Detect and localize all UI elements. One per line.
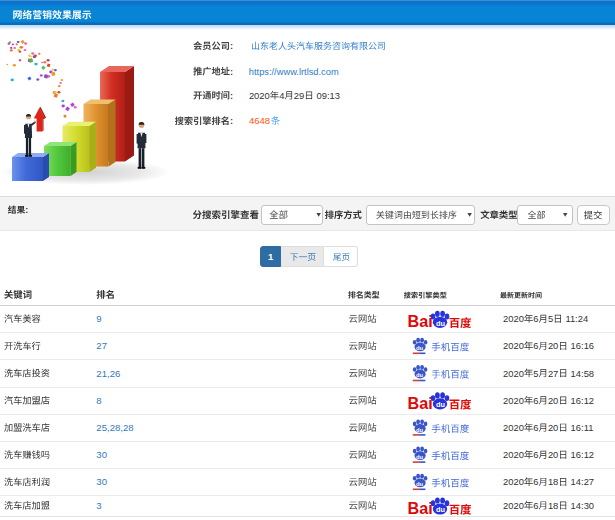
svg-text:16:11: 16:11	[571, 422, 594, 433]
svg-text::: :	[230, 41, 233, 51]
svg-text:14:30: 14:30	[571, 500, 594, 511]
svg-text:du: du	[416, 481, 424, 487]
svg-text:Bai: Bai	[408, 499, 433, 517]
svg-text:du: du	[416, 427, 424, 433]
svg-text:6: 6	[533, 422, 538, 433]
svg-text:27: 27	[96, 340, 107, 351]
svg-text:du: du	[416, 372, 424, 378]
svg-text:du: du	[416, 345, 424, 351]
svg-text:https://www.lrtlsd.com: https://www.lrtlsd.com	[249, 67, 339, 77]
svg-text::: :	[230, 91, 233, 101]
svg-text:Bai: Bai	[408, 394, 433, 412]
svg-text:2020: 2020	[503, 476, 524, 487]
svg-text:6: 6	[533, 476, 538, 487]
svg-text:du: du	[416, 454, 424, 460]
svg-text:2020: 2020	[249, 90, 270, 101]
svg-text:du: du	[436, 505, 446, 514]
svg-text:8: 8	[96, 395, 101, 406]
svg-text:2020: 2020	[503, 422, 524, 433]
svg-text:20: 20	[548, 422, 558, 433]
svg-text:18: 18	[548, 476, 558, 487]
svg-text:2020: 2020	[503, 340, 524, 351]
svg-text:11:24: 11:24	[565, 313, 588, 324]
svg-text:4648: 4648	[249, 115, 270, 126]
svg-text:21,26: 21,26	[96, 368, 120, 379]
svg-text:2020: 2020	[503, 313, 524, 324]
svg-text::: :	[25, 205, 28, 215]
svg-text:20: 20	[548, 449, 558, 460]
svg-text::: :	[230, 67, 233, 77]
svg-text:2020: 2020	[503, 368, 524, 379]
svg-text:6: 6	[533, 395, 538, 406]
svg-text:30: 30	[96, 476, 107, 487]
svg-text:20: 20	[548, 395, 558, 406]
svg-text:2020: 2020	[503, 500, 524, 511]
svg-text:16:12: 16:12	[571, 395, 594, 406]
svg-text:4: 4	[279, 90, 284, 101]
svg-text:2020: 2020	[503, 395, 524, 406]
svg-text:6: 6	[533, 500, 538, 511]
svg-text:5: 5	[548, 313, 553, 324]
svg-text:du: du	[436, 319, 446, 328]
svg-text:14:27: 14:27	[571, 476, 594, 487]
svg-text:6: 6	[533, 340, 538, 351]
svg-text:18: 18	[548, 500, 558, 511]
svg-text:du: du	[436, 400, 446, 409]
svg-text:6: 6	[533, 313, 538, 324]
svg-text:2020: 2020	[503, 449, 524, 460]
svg-text:09:13: 09:13	[317, 90, 340, 101]
svg-text:3: 3	[96, 500, 101, 511]
svg-text:20: 20	[548, 340, 558, 351]
svg-text:6: 6	[533, 449, 538, 460]
svg-text:27: 27	[548, 368, 558, 379]
svg-text:14:58: 14:58	[571, 368, 594, 379]
svg-text:29: 29	[294, 90, 304, 101]
svg-text:16:16: 16:16	[571, 340, 594, 351]
svg-text::: :	[230, 116, 233, 126]
svg-text:16:12: 16:12	[571, 449, 594, 460]
svg-text:9: 9	[96, 313, 101, 324]
svg-text:30: 30	[96, 449, 107, 460]
svg-text:25,28,28: 25,28,28	[96, 422, 133, 433]
svg-text:1: 1	[268, 251, 274, 262]
svg-text:Bai: Bai	[408, 312, 433, 330]
svg-text:5: 5	[533, 368, 538, 379]
